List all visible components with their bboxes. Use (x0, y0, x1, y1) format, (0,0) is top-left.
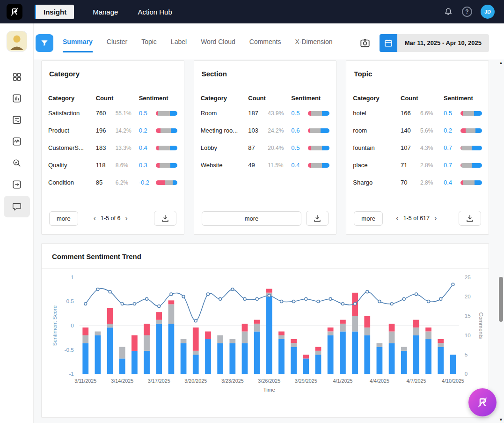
nav-manage[interactable]: Manage (92, 5, 119, 19)
row-name: Shargo (353, 179, 398, 186)
sentiment-segment-neutral (160, 163, 170, 168)
row-name: Condition (48, 179, 93, 186)
download-button[interactable] (459, 211, 481, 226)
svg-text:15: 15 (465, 312, 471, 319)
sentiment-segment-positive (321, 128, 329, 133)
svg-text:3/29/2025: 3/29/2025 (295, 378, 317, 384)
row-sentiment-score: 0.4 (444, 179, 458, 186)
row-name: place (353, 162, 398, 169)
tab-summary[interactable]: Summary (63, 33, 93, 52)
user-avatar[interactable]: JD (481, 5, 495, 19)
app-logo[interactable] (7, 4, 22, 20)
assistant-fab-button[interactable] (468, 388, 497, 416)
export-icon[interactable] (7, 174, 27, 195)
sentiment-segment-neutral (461, 146, 472, 150)
table-rows: hotel1666.6%0.5room1405.6%0.2fountain107… (353, 104, 482, 191)
table-row: Shargo702.8%0.4 (353, 174, 482, 191)
trend-title: Comment Sentiment Trend (42, 244, 489, 269)
prev-page-icon[interactable]: ‹ (94, 215, 96, 222)
svg-text:4/1/2025: 4/1/2025 (333, 378, 352, 384)
svg-text:4/7/2025: 4/7/2025 (406, 378, 426, 384)
prev-page-icon[interactable]: ‹ (396, 215, 398, 222)
sentiment-segment-negative (460, 128, 466, 133)
screenshot-icon[interactable] (357, 35, 373, 51)
svg-text:3/17/2025: 3/17/2025 (148, 378, 170, 384)
table-row: Satisfaction76055.1%0.5 (48, 104, 177, 122)
scroll-up-icon[interactable]: ▲ (498, 60, 504, 65)
row-percent: 2.8% (420, 179, 441, 186)
sentiment-segment-positive (170, 163, 177, 168)
scrollbar-thumb[interactable] (499, 277, 503, 322)
svg-text:4/4/2025: 4/4/2025 (370, 378, 389, 384)
svg-text:3/20/2025: 3/20/2025 (184, 378, 207, 384)
next-page-icon[interactable]: › (434, 215, 437, 222)
survey-icon[interactable] (7, 110, 27, 130)
sentiment-distribution-bar (156, 146, 177, 150)
logo-r-icon (9, 6, 20, 17)
svg-text:0.5: 0.5 (66, 298, 74, 304)
comments-icon[interactable] (4, 196, 30, 217)
sentiment-distribution-bar (308, 111, 329, 116)
vertical-scrollbar[interactable]: ▲ ▼ (498, 59, 504, 423)
svg-text:4/10/2025: 4/10/2025 (442, 378, 464, 384)
chart-area: 10.50-0.5-125201510503/11/20253/14/20253… (42, 269, 489, 408)
help-icon[interactable]: ? (462, 7, 472, 17)
sentiment-distribution-bar (308, 146, 329, 150)
card-title: Section (194, 61, 336, 86)
date-range-picker[interactable]: Mar 11, 2025 - Apr 10, 2025 (380, 34, 489, 52)
table-row: Meeting roo...10324.2%0.6 (201, 122, 330, 139)
row-percent: 24.2% (268, 127, 288, 134)
activity-icon[interactable] (7, 131, 27, 152)
sentiment-segment-neutral (466, 128, 475, 133)
tab-x-dimension[interactable]: X-Dimension (295, 33, 332, 52)
table-rows: Room18743.9%0.5Meeting roo...10324.2%0.6… (201, 104, 330, 174)
sentiment-distribution-bar (460, 163, 482, 168)
tab-cluster[interactable]: Cluster (107, 33, 127, 52)
tab-word-cloud[interactable]: Word Cloud (201, 33, 235, 52)
bar-chart-icon[interactable] (7, 88, 27, 109)
row-name: Satisfaction (48, 110, 93, 117)
svg-text:Sentiment Score: Sentiment Score (51, 305, 58, 346)
row-count: 187 (248, 110, 265, 117)
tab-comments[interactable]: Comments (249, 33, 281, 52)
sentiment-segment-positive (472, 146, 482, 150)
topbar-right: ? JD (443, 5, 495, 19)
row-count: 140 (401, 127, 417, 134)
dashboard-icon[interactable] (7, 67, 27, 87)
scroll-down-icon[interactable]: ▼ (498, 417, 504, 422)
sentiment-segment-positive (173, 180, 177, 185)
row-sentiment-score: 0.7 (444, 144, 458, 151)
sentiment-trend-chart[interactable]: 10.50-0.5-125201510503/11/20253/14/20253… (46, 271, 484, 408)
svg-text:0: 0 (465, 371, 468, 377)
row-sentiment-score: 0.4 (291, 162, 305, 169)
more-button[interactable]: more (354, 211, 383, 226)
svg-text:-1: -1 (69, 371, 73, 377)
nav-action-hub[interactable]: Action Hub (137, 5, 173, 19)
workspace-avatar[interactable] (7, 31, 27, 52)
next-page-icon[interactable]: › (125, 215, 127, 222)
sentiment-segment-neutral (311, 163, 322, 168)
row-count: 85 (96, 179, 113, 186)
filter-button[interactable] (36, 34, 53, 52)
sentiment-segment-positive (475, 180, 482, 185)
column-header-category: Category (201, 95, 246, 102)
tab-label[interactable]: Label (171, 33, 187, 52)
notifications-bell-icon[interactable] (443, 7, 453, 17)
download-button[interactable] (306, 211, 329, 226)
nav-insight[interactable]: Insight (35, 5, 74, 19)
more-button[interactable]: more (202, 211, 302, 226)
row-sentiment-score: 0.3 (139, 162, 153, 169)
sentiment-segment-negative (156, 163, 160, 168)
card-title: Topic (346, 61, 489, 86)
card-table: CategoryCountSentiment Room18743.9%0.5Me… (194, 86, 336, 174)
row-sentiment-score: 0.5 (444, 110, 458, 117)
sentiment-segment-neutral (161, 128, 171, 133)
tab-topic[interactable]: Topic (141, 33, 157, 52)
row-count: 183 (96, 144, 113, 151)
download-button[interactable] (154, 211, 176, 226)
more-button[interactable]: more (49, 211, 78, 226)
row-name: CustomerS... (48, 144, 93, 151)
top-nav: Insight Manage Action Hub (35, 5, 173, 19)
search-check-icon[interactable] (7, 153, 27, 173)
svg-text:3/14/2025: 3/14/2025 (111, 378, 133, 384)
